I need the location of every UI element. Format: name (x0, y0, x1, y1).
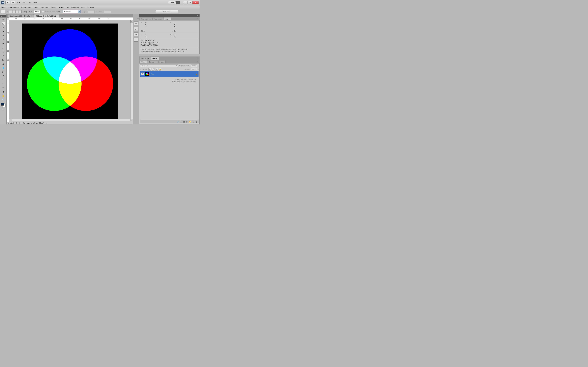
tab-masks[interactable]: Маски (151, 57, 159, 60)
move-tool[interactable]: ✥ (1, 18, 5, 21)
zoom-tool[interactable]: 🔍 (1, 98, 5, 102)
new-layer-icon[interactable]: ▣ (193, 121, 194, 123)
screenmode2-dropdown[interactable]: ▭▼ (34, 2, 37, 4)
selection-add-icon[interactable] (12, 10, 15, 13)
status-menu-arrow[interactable]: ▶ (46, 122, 47, 124)
tab-paths[interactable]: Контуры (156, 60, 165, 63)
marquee-tool[interactable]: ⬚ (1, 22, 5, 25)
tool-preset-indicator[interactable] (1, 10, 5, 13)
blend-mode-select[interactable]: Обычные▼ (140, 64, 178, 67)
status-icon[interactable]: ◉ (16, 122, 17, 124)
menu-help[interactable]: Справка (87, 7, 94, 8)
tab-info[interactable]: Инфо (163, 17, 171, 20)
menu-filter[interactable]: Фильтр (51, 7, 56, 8)
selection-new-icon[interactable] (9, 10, 12, 13)
layer-thumbnail[interactable] (145, 72, 149, 76)
status-docsize[interactable]: 105,83 мм x 106,54 мм (72 ppi) (22, 122, 44, 124)
selection-subtract-icon[interactable] (16, 10, 18, 13)
link-layers-icon[interactable]: 🔗 (177, 121, 179, 123)
panel-collapse-arrow[interactable]: ▸▸ (139, 14, 199, 17)
delete-layer-icon[interactable]: 🗑 (196, 121, 197, 123)
tab-channels[interactable]: Каналы (147, 60, 156, 63)
eyedropper-tool[interactable]: ✎ (1, 38, 5, 42)
scrollbar-vertical[interactable]: ▲ (130, 20, 133, 119)
ruler-origin[interactable] (7, 17, 9, 20)
canvas[interactable] (22, 24, 118, 119)
tab-layers[interactable]: Слои (140, 60, 147, 63)
bridge-button[interactable]: Br (5, 1, 10, 4)
lasso-tool[interactable]: ⱹ (1, 26, 5, 29)
lock-position-icon[interactable]: ✥ (155, 68, 158, 71)
foreground-color-swatch[interactable] (1, 103, 4, 106)
panel-menu-icon[interactable]: ▾≡ (196, 17, 199, 20)
document-tab-cmyk[interactable]: CMYK.jpg @ 188% (RGB/8#)× (8, 14, 34, 17)
close-button[interactable]: ✕ (192, 1, 199, 4)
close-tab-icon[interactable]: × (57, 15, 58, 17)
visibility-toggle-icon[interactable]: 👁 (141, 73, 144, 75)
close-tab-icon[interactable]: × (31, 15, 32, 17)
lock-pixels-icon[interactable]: 🖌 (152, 68, 155, 71)
healing-tool[interactable]: ✚ (1, 42, 5, 45)
lock-all-icon[interactable]: 🔒 (159, 68, 161, 71)
selection-intersect-icon[interactable] (19, 10, 22, 13)
scroll-left-icon[interactable]: ◀ (9, 119, 12, 121)
menu-3d[interactable]: 3D (67, 7, 69, 8)
restore-button[interactable]: ❐ (188, 1, 192, 4)
panel-menu-icon[interactable]: ▾≡ (196, 57, 199, 60)
well-clone-icon[interactable]: ▶ (134, 32, 138, 36)
tab-histogram[interactable]: Гистограмма (140, 17, 152, 20)
layer-row[interactable]: 👁 Фон 🔒 (140, 71, 199, 77)
panel-menu-icon[interactable]: ▾≡ (196, 60, 199, 63)
menu-layer[interactable]: Слои (34, 7, 37, 8)
adjustment-layer-icon[interactable]: ◐ (186, 121, 188, 123)
workspace-more-button[interactable]: » (176, 1, 180, 4)
shape-tool[interactable]: ▭ (1, 86, 5, 90)
menu-select[interactable]: Выделение (40, 7, 48, 8)
lock-transparency-icon[interactable]: ▦ (148, 68, 151, 71)
menu-view[interactable]: Просмотр (71, 7, 79, 8)
tab-adjustments[interactable]: Коррекция (140, 57, 151, 60)
menu-analysis[interactable]: Анализ (59, 7, 64, 8)
3d-tool[interactable]: ⬢ (1, 90, 5, 94)
screenmode-dropdown[interactable]: ▦▼ (17, 2, 20, 4)
quickmask-toggle[interactable]: ◻ (1, 108, 5, 112)
ruler-vertical[interactable]: 0 10 20 30 40 (7, 20, 9, 122)
minibridge-button[interactable]: Mb (11, 1, 15, 4)
arrange-dropdown[interactable]: ▥▼ (29, 2, 33, 4)
ruler-horizontal[interactable]: 10 20 30 40 50 60 70 80 90 100 110 (9, 17, 133, 20)
brush-tool[interactable]: 🖌 (1, 46, 5, 50)
hand-tool[interactable]: ✋ (1, 94, 5, 98)
crop-tool[interactable]: ✂ (1, 34, 5, 37)
fill-input[interactable]: 100% (191, 68, 197, 71)
type-tool[interactable]: T (1, 78, 5, 82)
layer-style-icon[interactable]: fx (181, 121, 182, 123)
minimize-button[interactable]: — (183, 1, 188, 4)
scroll-right-icon[interactable]: ▶ (130, 119, 133, 121)
tab-navigator[interactable]: Навигатор (153, 17, 163, 20)
status-zoom[interactable]: 184,11% (8, 122, 14, 124)
feather-input[interactable] (34, 10, 41, 13)
path-select-tool[interactable]: ↖ (1, 82, 5, 86)
layer-mask-icon[interactable]: ◻ (183, 121, 185, 123)
menu-image[interactable]: Изображение (21, 7, 31, 8)
refine-edge-button[interactable]: Уточн. край... (155, 10, 178, 13)
blur-tool[interactable]: 💧 (1, 66, 5, 69)
well-brush-icon[interactable]: 🖌 (134, 27, 138, 31)
toolbox-collapse-arrow[interactable]: ▸▸ (0, 15, 7, 17)
eraser-tool[interactable]: ◧ (1, 58, 5, 61)
menu-window[interactable]: Окно (81, 7, 85, 8)
zoom-dropdown[interactable]: 184%▼ (22, 2, 27, 4)
stamp-tool[interactable]: ⎙ (1, 50, 5, 53)
well-paragraph-icon[interactable]: ¶ (134, 38, 138, 42)
well-minibridge-icon[interactable]: Mb (134, 22, 138, 25)
workspace-selector[interactable]: Basic (168, 1, 176, 4)
gradient-tool[interactable]: ◢ (1, 62, 5, 66)
well-collapse-arrow[interactable]: ◂◂ (134, 17, 138, 20)
dodge-tool[interactable]: ◯ (1, 70, 5, 74)
style-select[interactable]: Обычный▼ (63, 10, 80, 13)
menu-file[interactable]: Файл (1, 7, 5, 8)
history-brush-tool[interactable]: ↺ (1, 54, 5, 58)
color-swatches[interactable] (1, 103, 5, 107)
menu-edit[interactable]: Редактировать (8, 7, 18, 8)
pen-tool[interactable]: ✒ (1, 74, 5, 78)
